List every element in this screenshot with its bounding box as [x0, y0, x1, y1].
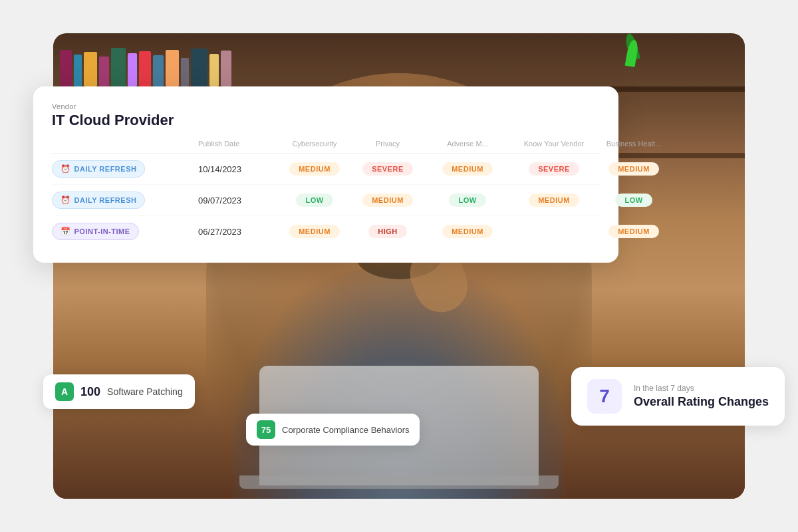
adverse-risk-3: MEDIUM	[442, 225, 493, 238]
cyber-risk-3: MEDIUM	[289, 225, 340, 238]
software-patching-card: A 100 Software Patching	[43, 374, 195, 409]
cyber-risk-1: MEDIUM	[289, 162, 340, 176]
date-1: 10/14/2023	[198, 164, 241, 174]
rating-number-badge: 7	[587, 379, 622, 414]
date-2: 09/07/2023	[198, 196, 241, 205]
daily-refresh-badge-1: ⏰ DAILY REFRESH	[52, 160, 145, 178]
vendor-table: Publish Date Cybersecurity Privacy Adver…	[52, 140, 600, 247]
col-header-business: Business Healt...	[597, 140, 670, 148]
score-number: 100	[80, 385, 100, 399]
know-risk-2: MEDIUM	[529, 194, 579, 207]
table-row[interactable]: ⏰ DAILY REFRESH 10/14/2023 MEDIUM SEVERE…	[52, 154, 600, 185]
table-row[interactable]: ⏰ DAILY REFRESH 09/07/2023 LOW MEDIUM LO…	[52, 185, 600, 216]
adverse-risk-2: LOW	[449, 194, 485, 207]
know-risk-1: SEVERE	[529, 162, 579, 176]
daily-refresh-badge-2: ⏰ DAILY REFRESH	[52, 192, 145, 209]
rating-title: Overall Rating Changes	[634, 395, 769, 410]
business-risk-3: MEDIUM	[608, 225, 659, 238]
calendar-icon: 📅	[61, 227, 71, 236]
compliance-card: 75 Corporate Compliance Behaviors	[246, 414, 420, 446]
rating-subtitle: In the last 7 days	[634, 384, 769, 393]
col-header-know: Know Your Vendor	[511, 140, 597, 148]
vendor-label: Vendor	[52, 102, 600, 110]
col-header-adverse: Adverse M...	[424, 140, 511, 148]
date-3: 06/27/2023	[198, 227, 241, 237]
grade-badge: A	[55, 382, 74, 401]
col-header-type	[52, 140, 198, 148]
rating-text: In the last 7 days Overall Rating Change…	[634, 384, 769, 410]
col-header-cyber: Cybersecurity	[278, 140, 351, 148]
business-risk-2: LOW	[615, 194, 652, 207]
col-header-date: Publish Date	[198, 140, 278, 148]
overall-rating-card: 7 In the last 7 days Overall Rating Chan…	[571, 367, 785, 426]
score-label: Software Patching	[107, 386, 183, 397]
business-risk-1: MEDIUM	[608, 162, 659, 176]
vendor-title: IT Cloud Provider	[52, 112, 600, 129]
table-header: Publish Date Cybersecurity Privacy Adver…	[52, 140, 600, 154]
table-row[interactable]: 📅 POINT-IN-TIME 06/27/2023 MEDIUM HIGH M…	[52, 216, 600, 247]
vendor-card: Vendor IT Cloud Provider Publish Date Cy…	[33, 86, 618, 263]
clock-icon-2: ⏰	[61, 196, 71, 205]
compliance-label: Corporate Compliance Behaviors	[282, 425, 409, 435]
privacy-risk-2: MEDIUM	[362, 194, 413, 207]
compliance-score-badge: 75	[257, 420, 275, 439]
cyber-risk-2: LOW	[296, 194, 332, 207]
privacy-risk-3: HIGH	[368, 225, 407, 238]
privacy-risk-1: SEVERE	[362, 162, 413, 176]
adverse-risk-1: MEDIUM	[442, 162, 493, 176]
clock-icon: ⏰	[61, 164, 71, 174]
col-header-privacy: Privacy	[351, 140, 424, 148]
know-risk-3	[545, 229, 563, 234]
point-in-time-badge: 📅 POINT-IN-TIME	[52, 223, 139, 240]
